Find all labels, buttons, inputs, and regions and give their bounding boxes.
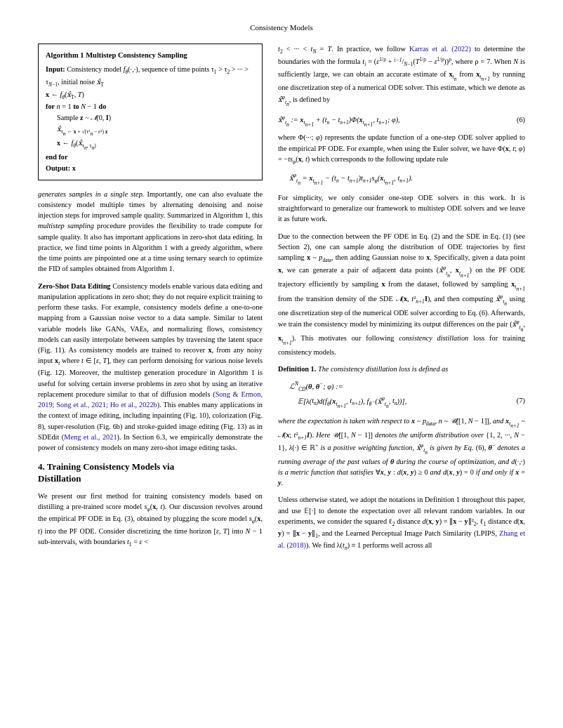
- left-para-1: generates samples in a single step. Impo…: [38, 189, 263, 274]
- page: Consistency Models Algorithm 1 Multistep…: [0, 0, 563, 728]
- ref-meng[interactable]: Meng et al., 2021: [64, 433, 117, 441]
- algorithm-subtitle: Multistep Consistency Sampling: [86, 51, 187, 59]
- eq7-content: 𝔼[λ(tn)d(fθ(xtn+1, tn+1), fθ−(x̂φtn, tn)…: [298, 395, 505, 410]
- two-column-layout: Algorithm 1 Multistep Consistency Sampli…: [38, 44, 525, 558]
- right-column: t2 < ··· < tN = T. In practice, we follo…: [278, 44, 525, 558]
- algo-line-output: Output: x: [46, 163, 255, 174]
- algorithm-body: Input: Consistency model fθ(·,·), sequen…: [46, 64, 255, 174]
- algo-line-xhat: x̂τn ← x + √(τ²n − ε²) z: [46, 124, 255, 138]
- ref-karras[interactable]: Karras et al. (2022): [409, 45, 471, 53]
- section-4-heading: 4. Training Consistency Models viaDistil…: [38, 461, 263, 485]
- ref-song-ermon[interactable]: Song & Ermon, 2019; Song et al., 2021; H…: [38, 390, 263, 409]
- eq6-content: x̂φtn := xtn+1 + (tn − tn+1)Φ(xtn+1, tn+…: [278, 114, 505, 129]
- right-intro: t2 < ··· < tN = T. In practice, we follo…: [278, 44, 525, 108]
- left-para-2-zero-shot: Zero-Shot Data Editing Consistency model…: [38, 281, 263, 454]
- right-eq6-comment: where Φ(···; φ) represents the update fu…: [278, 132, 525, 166]
- algo-line-x-update: x ← fθ(x̂τn, τn): [46, 138, 255, 152]
- left-column: Algorithm 1 Multistep Consistency Sampli…: [38, 44, 263, 558]
- eq7-line1: ℒNCD(θ, θ−; φ) :=: [289, 380, 525, 393]
- algorithm-number: Algorithm 1: [46, 51, 84, 59]
- eq7-number: (7): [505, 395, 525, 406]
- page-title: Consistency Models: [38, 22, 525, 34]
- eq6-number: (6): [505, 115, 525, 126]
- definition-1: Definition 1. The consistency distillati…: [278, 364, 525, 374]
- algo-line-for: for n = 1 to N − 1 do: [46, 101, 255, 112]
- algo-line-x-init: x ← fθ(x̂T, T): [46, 89, 255, 102]
- section-4-para: We present our first method for training…: [38, 491, 263, 548]
- algo-line-endfor: end for: [46, 152, 255, 163]
- right-para-connection: Due to the connection between the PF ODE…: [278, 231, 525, 358]
- equation-7-block: ℒNCD(θ, θ−; φ) := 𝔼[λ(tn)d(fθ(xtn+1, tn+…: [278, 380, 525, 409]
- def-1-text: Definition 1. The consistency distillati…: [278, 364, 525, 374]
- right-para-unless: Unless otherwise stated, we adopt the no…: [278, 494, 525, 552]
- algorithm-title: Algorithm 1 Multistep Consistency Sampli…: [46, 50, 255, 61]
- algo-line-input: Input: Consistency model fθ(·,·), sequen…: [46, 64, 255, 88]
- algorithm-box: Algorithm 1 Multistep Consistency Sampli…: [38, 44, 263, 180]
- equation-6-line: x̂φtn := xtn+1 + (tn − tn+1)Φ(xtn+1, tn+…: [278, 114, 525, 129]
- algo-line-sample: Sample z ~ 𝒩(0, I): [46, 112, 255, 124]
- right-para-simplicity: For simplicity, we only consider one-ste…: [278, 192, 525, 225]
- euler-update-eq: x̂φtn = xtn+1 − (tn − tn+1)tn+1sφ(xtn+1,…: [289, 172, 525, 187]
- right-para-expectation: where the expectation is taken with resp…: [278, 416, 525, 489]
- eq7-line2: 𝔼[λ(tn)d(fθ(xtn+1, tn+1), fθ−(x̂φtn, tn)…: [298, 395, 525, 410]
